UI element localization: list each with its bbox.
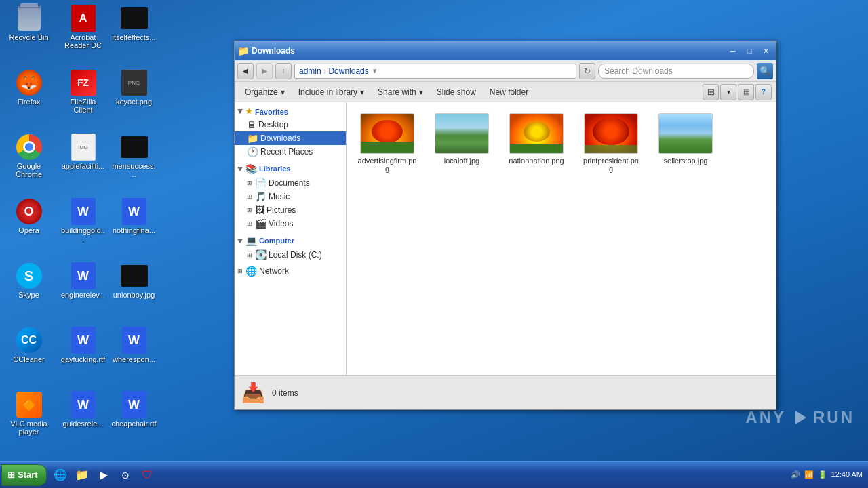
nav-local-disk[interactable]: ⊞ 💽 Local Disk (C:) [235, 248, 346, 262]
pictures-expand-icon[interactable]: ⊞ [247, 207, 252, 214]
new-folder-button[interactable]: New folder [484, 84, 534, 100]
file-name: printpresident.png [581, 157, 641, 173]
taskbar-chrome-icon[interactable]: ⊙ [116, 466, 135, 485]
main-content: ★ Favorites 🖥 Desktop 📁 Downloads 🕐 Rece… [235, 102, 776, 375]
desktop-icon-vlc[interactable]: 🔶 VLC media player [3, 388, 54, 439]
network-tray-icon[interactable]: 📶 [804, 470, 814, 479]
desktop-icon-mensuccess[interactable]: mensuccess... [108, 131, 159, 181]
desktop-icon-skype[interactable]: S Skype [3, 260, 54, 302]
file-item[interactable]: printpresident.png [577, 109, 645, 177]
nav-documents[interactable]: ⊞ 📄 Documents [235, 176, 346, 190]
nav-libraries-header[interactable]: 📚 Libraries [235, 161, 346, 176]
nav-recent-places[interactable]: 🕐 Recent Places [235, 145, 346, 159]
slide-show-button[interactable]: Slide show [431, 84, 482, 100]
up-button[interactable]: ↑ [275, 63, 292, 79]
taskbar-folder-icon[interactable]: 📁 [73, 466, 92, 485]
file-item[interactable]: localoff.jpg [428, 109, 496, 177]
keyoct-icon: PNG [121, 69, 148, 96]
taskbar-ie-icon[interactable]: 🌐 [51, 466, 70, 485]
status-folder-icon: 📥 [241, 382, 265, 404]
acrobat-label: Acrobat Reader DC [60, 33, 106, 49]
desktop-icon-ccleaner[interactable]: CC CCleaner [3, 324, 54, 366]
nav-network-label: Network [259, 266, 289, 276]
desktop-icon-enginerelev[interactable]: enginerelev... [58, 260, 108, 302]
preview-button[interactable]: ▤ [738, 84, 754, 100]
file-item[interactable]: sellerstop.jpg [652, 109, 719, 177]
close-button[interactable]: ✕ [758, 44, 773, 58]
desktop-icon-gayfucking[interactable]: gayfucking.rtf [58, 324, 108, 366]
nav-videos[interactable]: ⊞ 🎬 Videos [235, 217, 346, 230]
desktop-icon-itselfeffects[interactable]: itselfeffects... [108, 2, 159, 44]
desktop-icon-nothingfina[interactable]: nothingfina... [108, 195, 159, 237]
videos-expand-icon[interactable]: ⊞ [247, 220, 252, 227]
vlc-icon: 🔶 [16, 391, 43, 418]
desktop-icon-guidesrel[interactable]: guidesrele... [58, 388, 108, 430]
file-item[interactable]: nationnation.png [502, 109, 570, 177]
forward-button[interactable]: ▶ [256, 63, 273, 79]
nav-downloads[interactable]: 📁 Downloads [235, 131, 346, 145]
include-library-button[interactable]: Include in library ▾ [292, 84, 370, 100]
clock-time: 12:40 AM [831, 470, 863, 479]
anyrun-text2: RUN [813, 408, 854, 427]
search-button[interactable]: 🔍 [757, 63, 773, 79]
network-expand-icon[interactable]: ⊞ [237, 268, 243, 274]
back-button[interactable]: ◀ [237, 63, 254, 79]
share-with-button[interactable]: Share with ▾ [372, 84, 429, 100]
gayfucking-icon [70, 327, 97, 354]
desktop-icon-acrobat[interactable]: A Acrobat Reader DC [58, 2, 108, 52]
maximize-button[interactable]: □ [742, 44, 757, 58]
nav-network[interactable]: ⊞ 🌐 Network [235, 264, 346, 278]
wherespon-icon [121, 327, 148, 354]
network-nav-icon: 🌐 [245, 266, 257, 277]
file-name: localoff.jpg [444, 157, 479, 165]
desktop-icon-unionboy[interactable]: unionboy.jpg [108, 260, 159, 302]
desktop-icon-recycle-bin[interactable]: Recycle Bin [3, 2, 54, 44]
file-item[interactable]: advertisingfirm.png [353, 109, 421, 177]
taskbar-quick-launch: 🌐 📁 ▶ ⊙ 🛡 [51, 466, 157, 485]
system-clock: 12:40 AM [831, 470, 863, 479]
new-folder-label: New folder [490, 87, 528, 97]
desktop-icon-opera[interactable]: O Opera [3, 195, 54, 237]
share-with-dropdown-icon: ▾ [419, 87, 423, 97]
nav-computer-header[interactable]: 💻 Computer [235, 233, 346, 248]
desktop-icon-cheapchair[interactable]: cheapchair.rtf [108, 388, 159, 430]
taskbar-media-icon[interactable]: ▶ [94, 466, 113, 485]
desktop-icon-wherespon[interactable]: wherespon... [108, 324, 159, 366]
taskbar-antivirus-icon[interactable]: 🛡 [138, 466, 157, 485]
documents-expand-icon[interactable]: ⊞ [247, 180, 252, 186]
taskbar-system-tray: 🔊 📶 🔋 12:40 AM [791, 470, 868, 479]
enginerelev-label: enginerelev... [61, 291, 105, 299]
anyrun-logo-icon [790, 408, 809, 427]
view-dropdown-button[interactable]: ▾ [720, 84, 736, 100]
desktop-icon-firefox[interactable]: 🦊 Firefox [3, 66, 54, 108]
desktop-icon-buildinggold[interactable]: buildinggold... [58, 195, 108, 245]
minimize-button[interactable]: ─ [726, 44, 741, 58]
music-expand-icon[interactable]: ⊞ [247, 193, 252, 200]
firefox-label: Firefox [18, 98, 41, 106]
search-box[interactable]: Search Downloads [598, 64, 754, 79]
refresh-button[interactable]: ↻ [579, 63, 595, 79]
toolbar: Organize ▾ Include in library ▾ Share wi… [235, 82, 776, 102]
battery-icon[interactable]: 🔋 [818, 470, 827, 479]
local-disk-expand-icon[interactable]: ⊞ [247, 251, 252, 258]
desktop-icon-chrome[interactable]: Google Chrome [3, 131, 54, 181]
nav-pictures[interactable]: ⊞ 🖼 Pictures [235, 203, 346, 217]
skype-icon: S [16, 262, 43, 289]
view-icon-button[interactable]: ⊞ [703, 84, 719, 100]
start-label: Start [18, 470, 38, 480]
desktop-icon-keyoct[interactable]: PNG keyoct.png [108, 66, 159, 108]
address-dropdown-btn[interactable]: ▼ [372, 67, 378, 75]
itselfeffects-icon [121, 5, 148, 32]
volume-icon[interactable]: 🔊 [791, 470, 800, 479]
anyrun-watermark: ANY RUN [745, 408, 854, 427]
desktop-icon-filezilla[interactable]: FZ FileZilla Client [58, 66, 108, 117]
nav-music[interactable]: ⊞ 🎵 Music [235, 190, 346, 203]
nav-desktop[interactable]: 🖥 Desktop [235, 118, 346, 131]
desktop-icon-applefacil[interactable]: IMG applefaciliti... [58, 131, 108, 173]
nav-favorites-header[interactable]: ★ Favorites [235, 105, 346, 118]
favorites-star-icon: ★ [245, 107, 252, 116]
help-button[interactable]: ? [755, 84, 772, 100]
start-button[interactable]: ⊞ Start [1, 464, 47, 486]
address-field[interactable]: admin › Downloads ▼ [294, 64, 576, 79]
organize-button[interactable]: Organize ▾ [239, 84, 291, 100]
